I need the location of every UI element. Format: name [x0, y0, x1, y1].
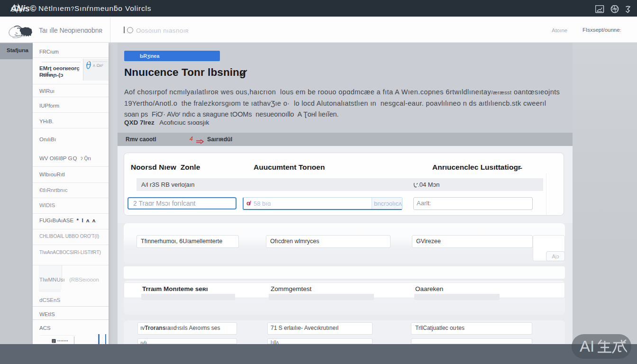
svg-text:ʌ Ωeʳ: ʌ Ωeʳ: [93, 63, 104, 68]
svg-text:AI: AI: [580, 337, 594, 355]
